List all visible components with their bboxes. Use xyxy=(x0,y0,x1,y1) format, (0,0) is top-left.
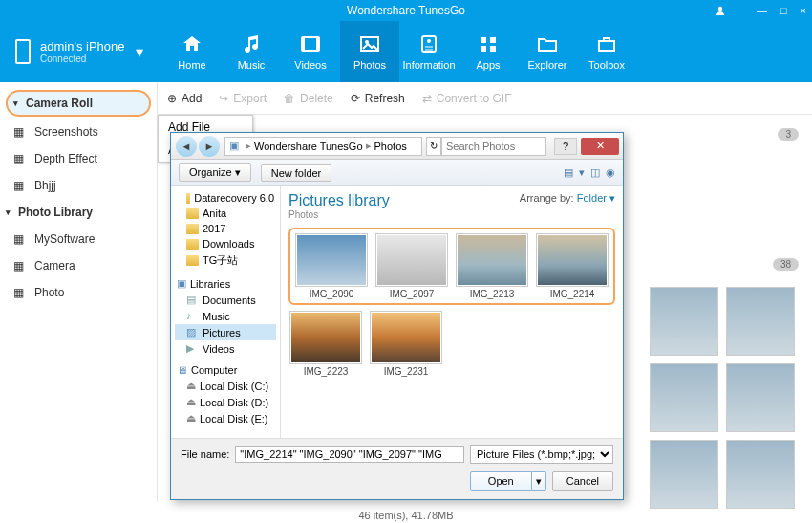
minimize-button[interactable]: — xyxy=(757,5,767,16)
tree-folder[interactable]: Anita xyxy=(175,206,276,221)
back-button[interactable]: ◄ xyxy=(176,136,197,157)
file-item[interactable]: IMG_2090 xyxy=(294,233,369,299)
nav-apps[interactable]: Apps xyxy=(459,21,518,82)
arrange-by[interactable]: Arrange by: Folder ▾ xyxy=(520,192,615,205)
tree-folder[interactable]: TG子站 xyxy=(175,251,276,270)
nav-information[interactable]: Information xyxy=(399,21,459,82)
album-icon: ▦ xyxy=(13,259,27,272)
search-input[interactable] xyxy=(441,137,546,156)
tree-lib-music[interactable]: ♪Music xyxy=(175,308,276,324)
photo-thumb[interactable] xyxy=(726,440,795,509)
sidebar-item-camera[interactable]: ▦Camera xyxy=(0,252,157,279)
sidebar-group-camera-roll[interactable]: ▾Camera Roll xyxy=(6,90,151,117)
photo-thumb[interactable] xyxy=(650,363,718,432)
folder-icon xyxy=(186,239,199,250)
sidebar-item-photo[interactable]: ▦Photo xyxy=(0,279,157,306)
svg-rect-9 xyxy=(490,37,496,43)
tree-drive[interactable]: ⏏Local Disk (E:) xyxy=(175,410,276,426)
gif-icon: ⇄ xyxy=(422,92,432,105)
album-icon: ▦ xyxy=(13,179,27,192)
tree-computer-header[interactable]: 🖥Computer xyxy=(175,362,276,378)
file-open-dialog: ◄ ► ▣ ▸ Wondershare TunesGo ▸ Photos ↻ ?… xyxy=(170,132,624,500)
file-item[interactable]: IMG_2223 xyxy=(288,311,363,377)
documents-icon: ▤ xyxy=(186,294,199,306)
photo-thumb[interactable] xyxy=(726,287,795,356)
refresh-crumb-button[interactable]: ↻ xyxy=(426,137,441,156)
refresh-icon: ⟳ xyxy=(351,92,360,105)
organize-button[interactable]: Organize ▾ xyxy=(179,163,251,182)
music-icon: ♪ xyxy=(186,310,199,322)
preview-pane-icon[interactable]: ◫ xyxy=(590,166,600,179)
tree-label: Videos xyxy=(203,343,234,355)
close-button[interactable]: × xyxy=(801,5,806,16)
convert-gif-button[interactable]: ⇄Convert to GIF xyxy=(422,92,512,105)
folder-icon xyxy=(186,255,199,266)
tree-folder[interactable]: Downloads xyxy=(175,236,276,251)
open-button[interactable]: Open xyxy=(470,471,532,491)
refresh-button[interactable]: ⟳Refresh xyxy=(351,92,405,105)
device-name: admin's iPhone xyxy=(40,39,124,54)
tree-lib-pictures[interactable]: ▨Pictures xyxy=(175,324,276,340)
tree-drive[interactable]: ⏏Local Disk (D:) xyxy=(175,394,276,410)
nav-toolbox[interactable]: Toolbox xyxy=(577,21,636,82)
breadcrumb[interactable]: ▣ ▸ Wondershare TunesGo ▸ Photos xyxy=(224,137,422,156)
dialog-titlebar: ◄ ► ▣ ▸ Wondershare TunesGo ▸ Photos ↻ ?… xyxy=(171,133,623,160)
collapse-icon: ▾ xyxy=(6,207,11,217)
nav-label: Explorer xyxy=(528,59,567,71)
home-icon xyxy=(179,33,205,55)
device-selector[interactable]: admin's iPhone Connected ▾ xyxy=(0,39,162,64)
nav-photos[interactable]: Photos xyxy=(340,21,399,82)
count-badge: 38 xyxy=(773,258,799,271)
tree-label: Local Disk (E:) xyxy=(200,413,268,425)
forward-button[interactable]: ► xyxy=(199,136,220,157)
sidebar-item-bhjjj[interactable]: ▦Bhjjj xyxy=(0,172,157,199)
nav-explorer[interactable]: Explorer xyxy=(518,21,577,82)
file-name: IMG_2097 xyxy=(390,289,435,299)
file-item[interactable]: IMG_2213 xyxy=(455,233,529,299)
file-item[interactable]: IMG_2231 xyxy=(369,311,443,377)
nav-music[interactable]: Music xyxy=(222,21,281,82)
nav-videos[interactable]: Videos xyxy=(281,21,340,82)
top-nav: admin's iPhone Connected ▾ Home Music Vi… xyxy=(0,21,812,82)
toolbar-label: Export xyxy=(233,92,267,105)
filetype-select[interactable]: Picture Files (*.bmp;*.jpg;*.jpeg) xyxy=(470,445,613,464)
help-icon[interactable]: ◉ xyxy=(606,166,615,179)
file-item[interactable]: IMG_2214 xyxy=(535,233,609,299)
delete-button[interactable]: 🗑Delete xyxy=(284,92,333,105)
maximize-button[interactable]: □ xyxy=(780,5,787,16)
sidebar-item-screenshots[interactable]: ▦Screenshots xyxy=(0,119,157,145)
tree-label: Datarecovery 6.0 xyxy=(194,192,274,204)
nav-home[interactable]: Home xyxy=(162,21,222,82)
dialog-help-button[interactable]: ? xyxy=(554,138,577,155)
tree-drive[interactable]: ⏏Local Disk (C:) xyxy=(175,378,276,394)
export-button[interactable]: ↪Export xyxy=(219,92,267,105)
info-icon xyxy=(416,33,442,55)
tree-folder[interactable]: Datarecovery 6.0 xyxy=(175,190,276,206)
tree-lib-documents[interactable]: ▤Documents xyxy=(175,292,276,308)
sidebar-item-mysoftware[interactable]: ▦MySoftware xyxy=(0,226,157,252)
view-icon[interactable]: ▤ xyxy=(564,166,573,179)
file-item[interactable]: IMG_2097 xyxy=(374,233,449,299)
view-dropdown-icon[interactable]: ▾ xyxy=(579,166,585,179)
photo-thumb[interactable] xyxy=(650,440,718,509)
open-split-button[interactable]: ▾ xyxy=(532,471,546,491)
image-thumb xyxy=(538,235,607,285)
photo-thumb[interactable] xyxy=(726,363,795,432)
button-label: Organize xyxy=(189,166,232,178)
new-folder-button[interactable]: New folder xyxy=(261,164,332,182)
pictures-icon: ▨ xyxy=(186,326,199,338)
user-icon[interactable] xyxy=(715,5,726,16)
sidebar-group-photo-library[interactable]: ▾Photo Library xyxy=(0,199,157,226)
filename-input[interactable] xyxy=(235,446,464,463)
dialog-close-button[interactable]: ✕ xyxy=(581,138,619,155)
tree-libraries-header[interactable]: ▣Libraries xyxy=(175,275,276,292)
photo-thumb[interactable] xyxy=(650,287,718,356)
music-icon xyxy=(238,33,265,55)
add-button[interactable]: ⊕Add xyxy=(167,92,202,105)
tree-folder[interactable]: 2017 xyxy=(175,221,276,236)
cancel-button[interactable]: Cancel xyxy=(552,471,613,491)
count-badge: 3 xyxy=(778,128,799,141)
sidebar-item-depth-effect[interactable]: ▦Depth Effect xyxy=(0,145,157,172)
tree-label: Libraries xyxy=(190,278,230,290)
tree-lib-videos[interactable]: ▶Videos xyxy=(175,340,276,357)
